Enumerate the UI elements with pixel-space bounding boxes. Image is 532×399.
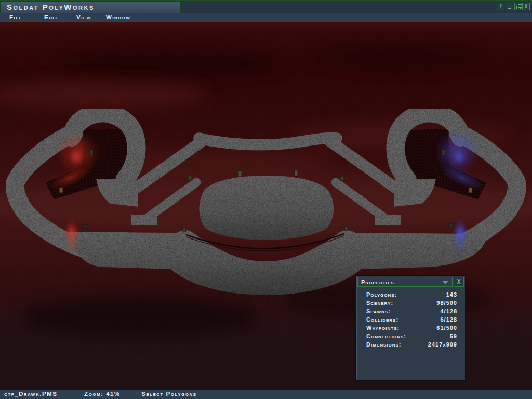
status-zoom-level: Zoom: 41% (84, 391, 121, 397)
property-label: Connections: (366, 333, 406, 341)
property-row-spawns: Spawns: 4/128 (356, 308, 465, 316)
properties-panel: Properties X Polygons: 143 Scenery: 98/5… (355, 275, 466, 381)
property-row-waypoints: Waypoints: 61/500 (356, 325, 465, 333)
menu-edit[interactable]: Edit (44, 14, 58, 20)
property-value: 2417x909 (428, 341, 457, 350)
property-row-polygons: Polygons: 143 (356, 291, 465, 300)
help-icon: ? (499, 4, 502, 9)
map-editor-canvas[interactable]: Properties X Polygons: 143 Scenery: 98/5… (0, 22, 532, 390)
properties-panel-header[interactable]: Properties X (357, 277, 464, 287)
property-row-colliders: Colliders: 6/128 (356, 316, 465, 325)
status-bar: ctf_Drawk.PMS Zoom: 41% Select Polygons (0, 390, 532, 399)
property-row-scenery: Scenery: 98/500 (356, 300, 465, 308)
property-value: 59 (450, 333, 457, 341)
title-box: Soldat PolyWorks (1, 2, 180, 14)
help-button[interactable]: ? (497, 3, 504, 10)
close-icon: X (524, 4, 527, 9)
minimize-button[interactable] (506, 3, 513, 10)
property-value: 98/500 (436, 300, 457, 308)
title-bar: Soldat PolyWorks ? X (0, 0, 532, 13)
menu-bar: File Edit View Window (0, 13, 532, 22)
property-label: Polygons: (366, 291, 397, 300)
panel-close-icon: X (457, 278, 460, 285)
properties-list: Polygons: 143 Scenery: 98/500 Spawns: 4/… (356, 291, 465, 350)
property-value: 6/128 (440, 316, 457, 325)
minimize-icon (508, 8, 511, 9)
menu-window[interactable]: Window (106, 14, 130, 20)
close-button[interactable]: X (522, 3, 530, 10)
menu-view[interactable]: View (76, 14, 91, 20)
property-label: Colliders: (366, 316, 398, 325)
property-row-dimensions: Dimensions: 2417x909 (356, 341, 465, 350)
property-label: Scenery: (366, 300, 393, 308)
window-title: Soldat PolyWorks (7, 3, 95, 11)
status-active-tool: Select Polygons (141, 391, 197, 397)
property-value: 61/500 (436, 325, 457, 333)
property-row-connections: Connections: 59 (356, 333, 465, 341)
menu-file[interactable]: File (9, 14, 22, 20)
property-value: 143 (446, 291, 457, 300)
property-label: Dimensions: (366, 341, 402, 350)
restore-button[interactable] (514, 3, 522, 10)
app-window: Soldat PolyWorks ? X File Edit View Wind… (0, 0, 532, 399)
properties-panel-title: Properties (358, 279, 394, 285)
property-value: 4/128 (440, 308, 457, 316)
collapse-icon[interactable] (442, 281, 448, 284)
status-filename: ctf_Drawk.PMS (4, 391, 57, 397)
panel-close-button[interactable]: X (454, 277, 464, 287)
property-label: Waypoints: (366, 325, 400, 333)
property-label: Spawns: (366, 308, 391, 316)
